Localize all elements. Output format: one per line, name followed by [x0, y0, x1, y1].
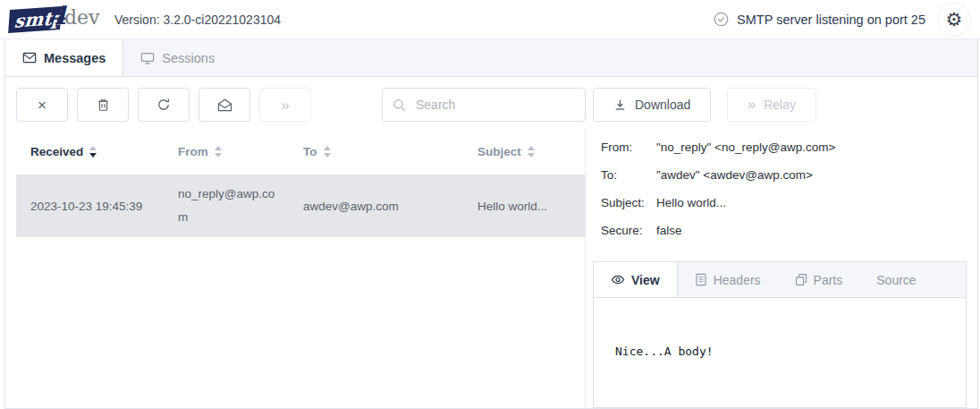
messages-tab-content: × — [5, 77, 977, 408]
column-label: Received — [30, 145, 83, 158]
monitor-icon — [140, 52, 155, 64]
field-secure: Secure: false — [601, 217, 967, 244]
settings-button[interactable]: ⚙ — [937, 3, 971, 37]
message-view-tabs-box: View Headers — [593, 261, 967, 408]
eye-icon — [611, 274, 625, 285]
field-value: false — [656, 224, 682, 237]
delete-message-button[interactable] — [77, 88, 129, 122]
tab-view-label: View — [631, 273, 660, 287]
document-lines-icon — [695, 273, 707, 286]
message-table: Received From — [16, 129, 586, 408]
column-label: To — [303, 145, 317, 158]
tab-messages-label: Messages — [44, 51, 106, 65]
main-tab-bar: Messages Sessions — [5, 39, 977, 77]
logo-text-dev: dev — [64, 8, 100, 28]
copy-pages-icon — [795, 273, 807, 286]
smtp4dev-logo: smtp 4 dev — [7, 3, 102, 37]
message-body-view: Nice...A body! — [594, 298, 966, 407]
refresh-button[interactable] — [138, 88, 190, 122]
refresh-icon — [156, 98, 171, 112]
tab-headers[interactable]: Headers — [678, 262, 778, 297]
field-label: From: — [601, 141, 656, 154]
relay-label: Relay — [764, 98, 796, 112]
sort-desc-icon[interactable] — [324, 153, 331, 158]
chevrons-right-icon: » — [748, 97, 756, 113]
tab-view[interactable]: View — [594, 262, 678, 297]
tab-source[interactable]: Source — [859, 262, 933, 297]
sort-carets — [324, 146, 331, 158]
tab-source-label: Source — [876, 273, 916, 287]
search-icon — [393, 98, 406, 112]
column-header-received[interactable]: Received — [16, 145, 164, 158]
tab-sessions-label: Sessions — [162, 51, 215, 65]
message-header-fields: From: "no_reply" <no_reply@awp.com> To: … — [593, 133, 967, 244]
envelope-open-icon — [217, 98, 232, 112]
cell-to: awdev@awp.com — [289, 200, 463, 213]
sort-carets — [528, 146, 535, 158]
sort-asc-icon[interactable] — [324, 146, 331, 150]
tab-parts-label: Parts — [814, 273, 843, 287]
gear-icon: ⚙ — [946, 10, 963, 29]
field-label: Subject: — [601, 196, 656, 209]
message-view-tab-bar: View Headers — [594, 262, 966, 298]
check-circle-icon — [714, 12, 729, 27]
search-input[interactable] — [414, 97, 575, 113]
field-value: "awdev" <awdev@awp.com> — [656, 168, 813, 182]
message-detail-pane: Download » Relay From: "no_reply" <no_re… — [593, 88, 967, 408]
chevrons-right-icon: » — [281, 98, 289, 113]
version-label: Version: 3.2.0-ci20221023104 — [114, 13, 281, 27]
message-list-toolbar: × — [16, 88, 586, 122]
server-status-text: SMTP server listening on port 25 — [737, 13, 925, 27]
sort-desc-icon[interactable] — [89, 153, 97, 158]
tab-headers-label: Headers — [714, 273, 761, 287]
close-icon: × — [38, 98, 46, 113]
download-label: Download — [635, 98, 690, 112]
column-label: From — [178, 145, 208, 158]
column-label: Subject — [477, 145, 521, 158]
relay-button[interactable]: » Relay — [727, 88, 816, 122]
field-label: To: — [601, 168, 656, 182]
sort-desc-icon[interactable] — [215, 153, 222, 158]
message-list-pane: × — [16, 88, 586, 408]
message-table-header: Received From — [16, 129, 585, 174]
download-button[interactable]: Download — [593, 88, 711, 122]
message-row-selected[interactable]: 2023-10-23 19:45:39 no_reply@awp.com awd… — [16, 175, 585, 237]
sort-carets — [89, 146, 97, 158]
main-card: Messages Sessions × — [4, 39, 978, 409]
sort-desc-icon[interactable] — [528, 153, 535, 158]
sort-asc-icon[interactable] — [215, 146, 222, 150]
tab-sessions[interactable]: Sessions — [123, 39, 232, 76]
sort-carets — [215, 146, 222, 158]
server-status-area: SMTP server listening on port 25 ⚙ — [714, 3, 971, 37]
relay-selected-button[interactable]: » — [259, 88, 311, 122]
trash-icon — [97, 98, 110, 112]
field-value: Hello world... — [656, 196, 726, 209]
cell-subject: Hello world... — [463, 200, 585, 213]
smtp4dev-app: smtp 4 dev Version: 3.2.0-ci20221023104 … — [0, 0, 980, 409]
column-header-to[interactable]: To — [289, 145, 463, 158]
clear-selection-button[interactable]: × — [16, 88, 68, 122]
field-value: "no_reply" <no_reply@awp.com> — [656, 141, 835, 154]
field-from: From: "no_reply" <no_reply@awp.com> — [601, 133, 967, 161]
tab-parts[interactable]: Parts — [778, 262, 860, 297]
download-icon — [613, 98, 627, 112]
top-bar: smtp 4 dev Version: 3.2.0-ci20221023104 … — [0, 0, 980, 39]
field-label: Secure: — [601, 224, 656, 237]
column-header-from[interactable]: From — [164, 145, 289, 158]
tab-messages[interactable]: Messages — [5, 39, 123, 76]
field-subject: Subject: Hello world... — [601, 189, 967, 217]
sort-asc-icon[interactable] — [528, 146, 535, 150]
mark-unread-button[interactable] — [199, 88, 250, 122]
field-to: To: "awdev" <awdev@awp.com> — [601, 161, 967, 189]
search-box — [382, 88, 586, 122]
cell-from: no_reply@awp.com — [164, 183, 289, 230]
cell-received: 2023-10-23 19:45:39 — [16, 200, 164, 213]
sort-asc-icon[interactable] — [89, 146, 97, 150]
envelope-icon — [22, 52, 37, 64]
message-detail-toolbar: Download » Relay — [593, 88, 967, 122]
column-header-subject[interactable]: Subject — [463, 145, 585, 158]
